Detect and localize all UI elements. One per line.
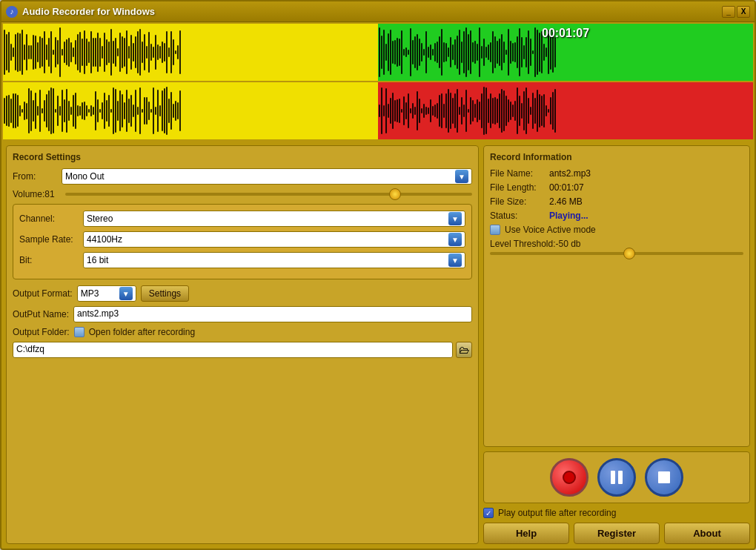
volume-label: Volume:81 [13, 189, 61, 199]
volume-slider-track[interactable] [65, 193, 472, 196]
volume-row: Volume:81 [13, 189, 472, 199]
voice-active-row: Use Voice Active mode [490, 225, 743, 235]
voice-active-label: Use Voice Active mode [505, 225, 596, 235]
title-bar: ♪ Audio Recorder for Windows _ X [1, 1, 755, 22]
vu-green-top: 00:01:07 [378, 24, 753, 81]
pause-bar-2 [618, 471, 623, 484]
vu-yellow-top [3, 24, 378, 81]
record-settings-title: Record Settings [13, 152, 472, 162]
open-folder-checkbox[interactable] [74, 327, 84, 337]
output-name-row: OutPut Name: ants2.mp3 [13, 306, 472, 322]
settings-button[interactable]: Settings [141, 285, 189, 302]
output-name-input[interactable]: ants2.mp3 [73, 306, 472, 322]
volume-slider-thumb[interactable] [389, 188, 401, 200]
bit-select-value: 16 bit [87, 255, 108, 265]
channel-select[interactable]: Stereo ▼ [83, 211, 465, 227]
file-name-row: File Name: ants2.mp3 [490, 168, 743, 179]
main-window: ♪ Audio Recorder for Windows _ X 00:01:0… [0, 0, 756, 550]
format-value: MP3 [81, 288, 99, 299]
file-size-label: File Size: [490, 196, 549, 207]
bit-label: Bit: [19, 255, 79, 265]
main-content: Record Settings From: Mono Out ▼ Volume:… [1, 141, 755, 549]
channel-select-value: Stereo [87, 213, 113, 224]
file-length-label: File Length: [490, 182, 549, 193]
path-row: C:\dfzq 🗁 [13, 342, 472, 358]
title-bar-left: ♪ Audio Recorder for Windows [6, 6, 155, 18]
sample-rate-label: Sample Rate: [19, 234, 79, 245]
play-after-label: Play output file after recording [498, 508, 616, 518]
window-title: Audio Recorder for Windows [22, 6, 155, 17]
transport-controls [483, 451, 750, 503]
path-input[interactable]: C:\dfzq [13, 342, 453, 358]
vu-bars-bot-left [3, 82, 378, 139]
sample-rate-select[interactable]: 44100Hz ▼ [83, 231, 465, 248]
format-select[interactable]: MP3 ▼ [77, 285, 136, 302]
file-name-label: File Name: [490, 168, 549, 179]
app-icon: ♪ [6, 6, 18, 18]
output-name-label: OutPut Name: [13, 309, 69, 319]
pause-icon [611, 471, 623, 484]
file-length-row: File Length: 00:01:07 [490, 182, 743, 193]
file-size-row: File Size: 2.46 MB [490, 196, 743, 207]
path-value: C:\dfzq [16, 344, 44, 354]
from-label: From: [13, 171, 57, 182]
sample-rate-arrow: ▼ [448, 233, 462, 246]
level-slider-track[interactable] [490, 252, 743, 255]
output-folder-label: Output Folder: [13, 327, 70, 337]
minimize-button[interactable]: _ [722, 6, 735, 18]
output-folder-row: Output Folder: Open folder after recordi… [13, 327, 472, 337]
bottom-buttons: Help Register About [483, 523, 750, 544]
open-folder-label: Open folder after recording [89, 327, 195, 337]
file-size-value: 2.46 MB [549, 196, 583, 207]
sample-rate-value: 44100Hz [87, 234, 122, 245]
from-select[interactable]: Mono Out ▼ [62, 168, 472, 185]
record-button[interactable] [550, 458, 588, 497]
status-value: Playing... [549, 211, 588, 221]
time-display: 00:01:07 [542, 27, 589, 40]
play-after-checkbox[interactable]: ✓ [483, 508, 494, 518]
record-info-box: Record Information File Name: ants2.mp3 … [483, 145, 750, 447]
stop-icon [658, 471, 670, 483]
sample-rate-row: Sample Rate: 44100Hz ▼ [19, 231, 465, 248]
status-row: Status: Playing... [490, 211, 743, 221]
file-name-value: ants2.mp3 [549, 168, 591, 179]
pause-bar-1 [611, 471, 615, 484]
vu-meter-area: 00:01:07 [1, 22, 755, 141]
vu-bars-bot-right [378, 82, 753, 139]
bit-select[interactable]: 16 bit ▼ [83, 252, 465, 268]
channel-arrow: ▼ [448, 212, 462, 225]
from-select-value: Mono Out [65, 171, 105, 182]
vu-row-bottom [3, 82, 753, 139]
record-settings-panel: Record Settings From: Mono Out ▼ Volume:… [6, 145, 479, 544]
vu-yellow-bottom [3, 82, 378, 139]
vu-red-bottom [378, 82, 753, 139]
pause-button[interactable] [597, 458, 636, 497]
output-format-row: Output Format: MP3 ▼ Settings [13, 285, 472, 302]
file-length-value: 00:01:07 [549, 182, 584, 193]
output-format-label: Output Format: [13, 288, 73, 299]
channel-label: Channel: [19, 213, 79, 224]
status-label: Status: [490, 211, 549, 221]
vu-row-top: 00:01:07 [3, 24, 753, 81]
close-button[interactable]: X [737, 6, 750, 18]
from-row: From: Mono Out ▼ [13, 168, 472, 185]
audio-settings-box: Channel: Stereo ▼ Sample Rate: 44100Hz ▼ [13, 204, 472, 279]
about-button[interactable]: About [664, 523, 750, 544]
channel-row: Channel: Stereo ▼ [19, 211, 465, 227]
right-panel: Record Information File Name: ants2.mp3 … [483, 145, 750, 544]
bit-arrow: ▼ [448, 254, 462, 267]
stop-button[interactable] [645, 458, 683, 497]
register-button[interactable]: Register [574, 523, 660, 544]
help-button[interactable]: Help [483, 523, 569, 544]
play-after-row: ✓ Play output file after recording [483, 508, 750, 518]
vu-bars-top-left [3, 24, 378, 81]
level-slider-thumb[interactable] [623, 248, 635, 259]
output-name-value: ants2.mp3 [77, 308, 119, 319]
format-arrow: ▼ [119, 287, 133, 300]
level-threshold-label: Level Threshold:-50 db [490, 239, 743, 249]
browse-folder-button[interactable]: 🗁 [456, 342, 472, 358]
window-buttons: _ X [722, 6, 750, 18]
voice-active-checkbox[interactable] [490, 225, 500, 235]
bit-row: Bit: 16 bit ▼ [19, 252, 465, 268]
record-info-title: Record Information [490, 152, 743, 162]
